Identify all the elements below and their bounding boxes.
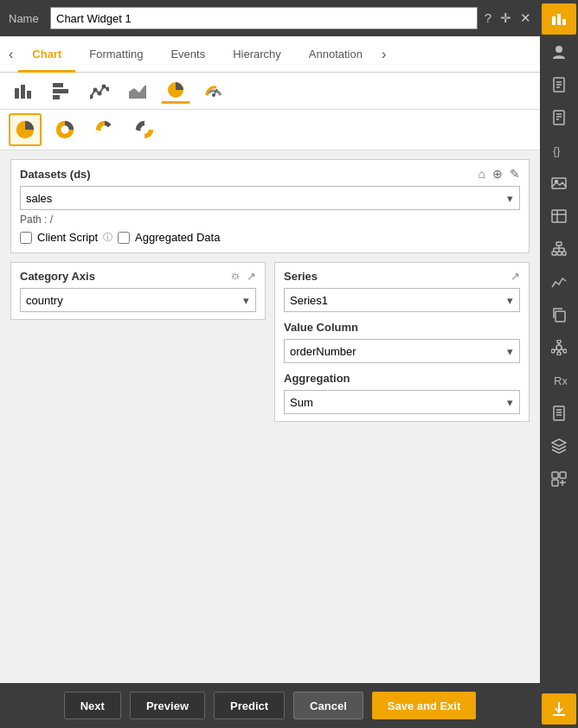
svg-point-52 [563,349,567,353]
category-axis-icons: ⛭ ↗ [230,270,256,283]
tab-hierarchy[interactable]: Hierarchy [219,36,295,73]
sidebar-icon-network[interactable] [542,332,576,363]
tab-chart[interactable]: Chart [18,36,75,73]
chart-type-hbar[interactable] [47,78,76,104]
svg-point-9 [103,86,106,88]
chart-type-row [0,73,540,110]
title-input[interactable] [50,7,478,29]
next-button[interactable]: Next [64,692,121,719]
tab-prev-arrow[interactable]: ‹ [3,36,18,73]
predict-button[interactable]: Predict [214,692,285,719]
sidebar-icon-profile[interactable] [542,36,576,67]
datasets-section: Datasets (ds) ⌂ ⊕ ✎ sales Path : / Clien… [10,159,530,253]
save-exit-button[interactable]: Save and Exit [372,692,477,719]
sidebar-icon-copy[interactable] [542,299,576,330]
svg-rect-0 [15,88,19,99]
pie-subtype-full[interactable] [9,113,42,146]
datasets-label: Datasets (ds) [20,168,91,181]
name-label: Name [9,12,43,25]
tab-annotation[interactable]: Annotation [295,36,376,73]
svg-point-18 [100,125,108,133]
chart-type-pie[interactable] [161,78,190,104]
datasets-action-icons: ⌂ ⊕ ✎ [478,167,520,181]
chart-type-gauge[interactable] [199,78,228,104]
svg-rect-64 [560,472,566,478]
datasets-edit-icon[interactable]: ✎ [510,167,520,181]
sidebar-icon-table[interactable] [542,201,576,232]
pie-subtype-donut[interactable] [48,113,81,146]
content-area: Datasets (ds) ⌂ ⊕ ✎ sales Path : / Clien… [0,150,540,683]
sidebar-icon-image[interactable] [542,168,576,199]
category-axis-label: Category Axis [20,270,95,283]
sidebar-icon-doc3[interactable] [542,398,576,429]
datasets-select-wrapper: sales [20,186,520,210]
sidebar-icon-download[interactable] [542,693,576,725]
client-script-info-icon: ⓘ [103,231,112,244]
right-sidebar: {} Rx [540,0,578,728]
axis-series-row: Category Axis ⛭ ↗ country [10,262,530,431]
category-axis-network-icon[interactable]: ⛭ [230,270,241,283]
path-value: / [50,214,53,226]
svg-point-48 [556,345,562,350]
sidebar-icon-chart2[interactable] [542,266,576,297]
svg-rect-1 [21,85,25,99]
datasets-add-icon[interactable]: ⊕ [492,167,503,181]
move-icon[interactable]: ✛ [500,10,511,26]
tab-next-arrow[interactable]: › [376,36,391,73]
value-column-select[interactable]: orderNumber [284,339,520,363]
svg-rect-35 [552,210,566,222]
datasets-select[interactable]: sales [20,186,520,210]
main-panel: Name ? ✛ ✕ ‹ Chart Formatting Events Hie… [0,0,540,728]
help-icon[interactable]: ? [485,10,491,26]
series-select-wrapper: Series1 [284,288,520,312]
sidebar-icon-rx[interactable]: Rx [542,365,576,396]
chart-type-line[interactable] [85,78,114,104]
value-column-select-wrapper: orderNumber [284,339,520,363]
svg-rect-28 [554,111,564,125]
pie-subtype-row [0,110,540,150]
tab-formatting[interactable]: Formatting [75,36,157,73]
chart-type-bar[interactable] [9,78,38,104]
path-row: Path : / [20,214,520,226]
category-axis-select[interactable]: country [20,288,256,312]
svg-rect-20 [552,16,556,25]
aggregation-select[interactable]: Sum [284,390,520,414]
sidebar-icon-document2[interactable] [542,102,576,133]
tabs-bar: ‹ Chart Formatting Events Hierarchy Anno… [0,36,540,73]
bottom-bar: Next Preview Predict Cancel Save and Exi… [0,683,540,728]
aggregation-header: Aggregation [284,372,520,385]
cancel-button[interactable]: Cancel [293,692,363,719]
svg-rect-58 [554,406,564,420]
chart-type-area[interactable] [123,78,152,104]
value-column-header: Value Column [284,321,520,334]
sidebar-icon-barchart[interactable] [542,3,576,35]
svg-point-7 [94,89,97,92]
svg-point-23 [556,46,562,53]
sidebar-icon-braces[interactable]: {} [542,135,576,166]
close-icon[interactable]: ✕ [520,10,531,26]
aggregation-group: Aggregation Sum [284,372,520,414]
svg-point-51 [551,349,555,353]
title-bar: Name ? ✛ ✕ [0,0,540,36]
series-select[interactable]: Series1 [284,288,520,312]
pie-subtype-half-donut[interactable] [88,113,121,146]
preview-button[interactable]: Preview [130,692,205,719]
sidebar-icon-hierarchy[interactable] [542,233,576,265]
client-script-checkbox[interactable] [20,232,32,244]
aggregated-data-checkbox[interactable] [118,232,130,244]
svg-rect-3 [53,83,63,87]
datasets-home-icon[interactable]: ⌂ [478,167,485,181]
pie-subtype-quarter[interactable] [128,113,161,146]
category-axis-arrow-icon[interactable]: ↗ [247,270,256,283]
tab-events[interactable]: Events [157,36,219,73]
category-axis-field: Category Axis ⛭ ↗ country [10,262,266,320]
sidebar-icon-document[interactable] [542,69,576,100]
sidebar-icon-grid-plus[interactable] [542,463,576,495]
client-script-row: Client Script ⓘ Aggregated Data [20,231,520,244]
series-label: Series [284,270,318,283]
svg-rect-63 [552,472,558,478]
sidebar-icon-layers[interactable] [542,431,576,462]
datasets-header: Datasets (ds) ⌂ ⊕ ✎ [20,167,520,181]
series-arrow-icon[interactable]: ↗ [511,270,520,283]
svg-rect-4 [53,89,68,93]
